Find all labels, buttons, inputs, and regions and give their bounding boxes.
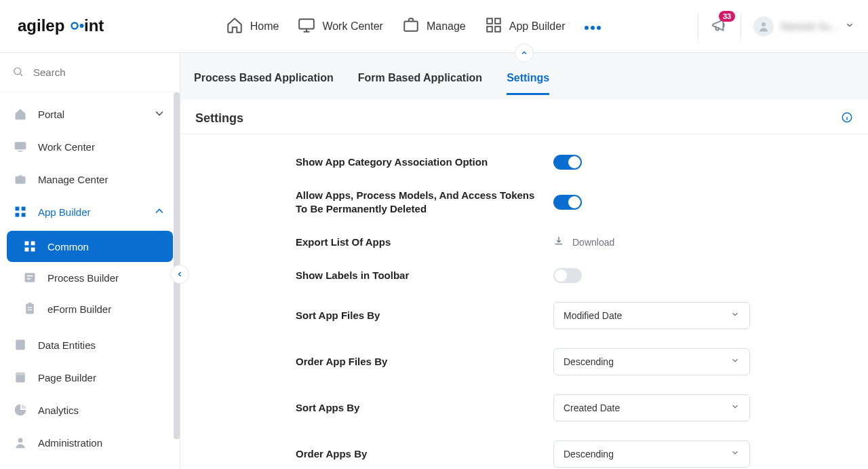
tab-settings[interactable]: Settings <box>507 72 549 95</box>
nav-home[interactable]: Home <box>226 16 279 37</box>
svg-rect-24 <box>25 248 29 252</box>
svg-rect-33 <box>16 373 24 375</box>
tab-process-app[interactable]: Process Based Application <box>194 72 334 95</box>
info-icon[interactable] <box>841 111 853 126</box>
sidebar-item-label: Manage Center <box>38 174 108 185</box>
select-sort-apps[interactable]: Created Date <box>553 394 750 421</box>
sidebar-item-label: App Builder <box>38 206 91 218</box>
svg-rect-19 <box>22 207 26 211</box>
svg-rect-23 <box>31 242 35 246</box>
svg-point-34 <box>18 438 23 443</box>
svg-rect-8 <box>487 26 492 32</box>
nav-work-center[interactable]: Work Center <box>298 16 383 37</box>
svg-rect-30 <box>28 303 32 305</box>
setting-label: Order Apps By <box>296 447 553 461</box>
setting-order-app-files: Order App Files By Descending <box>180 348 868 375</box>
notifications-button[interactable]: 33 <box>711 16 728 36</box>
home-icon <box>226 16 243 37</box>
chevron-down-icon <box>730 402 740 413</box>
sidebar-item-page-builder[interactable]: Page Builder <box>7 361 173 394</box>
toggle-show-labels[interactable] <box>553 268 582 283</box>
megaphone-icon <box>711 25 728 36</box>
chevron-down-icon <box>730 448 740 459</box>
brand-logo: agilep int <box>18 16 130 37</box>
select-value: Created Date <box>564 402 620 413</box>
svg-rect-29 <box>26 304 34 314</box>
sidebar-item-label: Page Builder <box>38 372 96 383</box>
chevron-up-icon <box>153 204 166 220</box>
nav-label: Home <box>250 20 279 33</box>
setting-label: Order App Files By <box>296 355 553 369</box>
select-sort-app-files[interactable]: Modified Date <box>553 302 750 329</box>
sidebar-item-label: Process Builder <box>47 272 119 284</box>
sidebar-collapse-button[interactable] <box>170 265 189 284</box>
tab-form-app[interactable]: Form Based Application <box>358 72 482 95</box>
select-order-app-files[interactable]: Descending <box>553 348 750 375</box>
svg-rect-20 <box>16 213 20 217</box>
select-order-apps[interactable]: Descending <box>553 440 750 468</box>
sidebar-item-app-builder[interactable]: App Builder <box>7 195 173 228</box>
setting-label: Show App Category Association Option <box>296 155 553 169</box>
svg-rect-31 <box>16 340 24 350</box>
more-icon <box>584 20 601 33</box>
svg-point-12 <box>597 26 601 30</box>
download-icon <box>553 236 564 248</box>
settings-panel: Settings Show App Category Association O… <box>180 99 868 469</box>
sidebar-item-eform-builder[interactable]: eForm Builder <box>7 293 173 324</box>
sidebar-item-portal[interactable]: Portal <box>7 98 173 130</box>
nav-label: Work Center <box>322 20 383 33</box>
sidebar-item-label: Administration <box>38 437 102 449</box>
setting-label: Show Labels in Toolbar <box>296 269 553 282</box>
nav-app-builder[interactable]: App Builder <box>485 16 566 37</box>
svg-point-1 <box>72 22 78 29</box>
top-right: 33 Ramesh Su... <box>698 14 854 39</box>
search-input[interactable] <box>33 67 167 78</box>
toggle-show-category[interactable] <box>553 155 582 170</box>
sidebar-item-data-entities[interactable]: Data Entities <box>7 329 173 361</box>
topbar-collapse-button[interactable] <box>515 43 534 62</box>
nav-manage[interactable]: Manage <box>402 16 466 37</box>
user-name: Ramesh Su... <box>781 21 838 32</box>
svg-rect-27 <box>27 276 33 277</box>
avatar <box>753 16 774 37</box>
nav-label: App Builder <box>509 20 566 33</box>
svg-text:int: int <box>84 16 104 35</box>
sidebar-item-work-center[interactable]: Work Center <box>7 130 173 163</box>
nav-more[interactable] <box>584 20 601 33</box>
sidebar-item-label: Analytics <box>38 405 79 416</box>
svg-point-10 <box>585 26 589 30</box>
svg-point-13 <box>762 22 766 26</box>
download-label: Download <box>572 237 614 248</box>
top-nav: Home Work Center Manage App Builder <box>130 16 698 37</box>
svg-rect-22 <box>25 242 29 246</box>
divider <box>741 14 741 39</box>
sidebar-item-administration[interactable]: Administration <box>7 426 173 459</box>
svg-text:agilep: agilep <box>18 16 64 35</box>
sidebar-search[interactable] <box>0 53 180 92</box>
sidebar: Portal Work Center Manage Center App Bui… <box>0 53 180 469</box>
sidebar-item-process-builder[interactable]: Process Builder <box>7 262 173 293</box>
nav-label: Manage <box>427 20 466 33</box>
svg-rect-15 <box>15 142 26 149</box>
notif-badge: 33 <box>719 11 735 22</box>
sidebar-item-label: Data Entities <box>38 339 96 351</box>
setting-allow-delete: Allow Apps, Process Models, And Access T… <box>180 189 868 217</box>
svg-rect-25 <box>31 248 35 252</box>
content: Process Based Application Form Based App… <box>180 53 868 469</box>
setting-show-labels: Show Labels in Toolbar <box>180 268 868 283</box>
grid-icon <box>485 16 502 37</box>
sidebar-item-label: Portal <box>38 109 64 120</box>
user-menu[interactable]: Ramesh Su... <box>753 16 854 37</box>
search-icon <box>12 66 24 79</box>
sidebar-item-common[interactable]: Common <box>7 231 173 262</box>
select-value: Modified Date <box>564 310 622 321</box>
toggle-allow-delete[interactable] <box>553 195 582 210</box>
setting-sort-app-files: Sort App Files By Modified Date <box>180 302 868 329</box>
sidebar-item-manage-center[interactable]: Manage Center <box>7 163 173 195</box>
svg-rect-7 <box>495 18 500 24</box>
svg-rect-26 <box>25 273 35 282</box>
setting-label: Export List Of Apps <box>296 236 553 249</box>
setting-sort-apps: Sort Apps By Created Date <box>180 394 868 421</box>
download-action[interactable]: Download <box>553 236 750 248</box>
sidebar-item-analytics[interactable]: Analytics <box>7 394 173 426</box>
